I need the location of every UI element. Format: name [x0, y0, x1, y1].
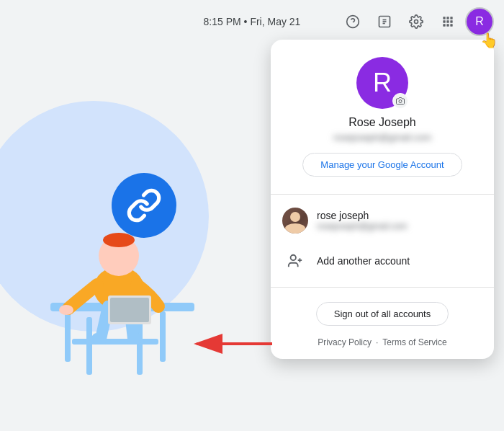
user-email: rosejoseph@gmail.com — [333, 132, 431, 143]
account-dropdown: R Rose Joseph rosejoseph@gmail.com Manag… — [271, 40, 494, 359]
link-icon-circle — [112, 173, 176, 238]
dropdown-header: R Rose Joseph rosejoseph@gmail.com Manag… — [271, 40, 494, 188]
account-name: rose joseph — [317, 210, 408, 221]
svg-rect-21 — [160, 311, 166, 362]
svg-rect-15 — [450, 24, 452, 26]
help-icon-button[interactable] — [340, 9, 366, 35]
svg-rect-9 — [450, 17, 452, 19]
svg-rect-8 — [446, 17, 449, 19]
account-list-item[interactable]: rose joseph rosejoseph@gmail.com — [271, 200, 494, 241]
svg-rect-18 — [72, 339, 158, 345]
account-info: rose joseph rosejoseph@gmail.com — [317, 210, 408, 231]
svg-rect-16 — [86, 317, 92, 375]
user-avatar-initial: R — [373, 68, 392, 98]
camera-icon[interactable] — [392, 93, 408, 109]
settings-icon-button[interactable] — [403, 9, 429, 35]
svg-rect-27 — [110, 298, 149, 322]
svg-point-25 — [59, 305, 73, 315]
signout-section: Sign out of all accounts — [271, 293, 494, 329]
svg-rect-14 — [446, 24, 449, 26]
user-avatar-large[interactable]: R — [356, 57, 408, 109]
account-avatar-small — [282, 208, 308, 234]
account-avatar-button[interactable]: R — [467, 9, 492, 35]
svg-rect-17 — [137, 317, 143, 375]
account-avatar-image — [282, 208, 308, 234]
svg-rect-12 — [450, 20, 452, 22]
illustration — [0, 0, 274, 431]
footer-separator: · — [376, 337, 378, 347]
topbar-icons: R — [340, 9, 492, 35]
red-arrow — [186, 328, 279, 360]
svg-rect-11 — [446, 20, 449, 22]
svg-point-24 — [103, 233, 135, 247]
topbar: 8:15 PM • Fri, May 21 R — [0, 0, 504, 43]
divider-1 — [271, 194, 494, 195]
divider-2 — [271, 287, 494, 288]
account-email: rosejoseph@gmail.com — [317, 221, 408, 231]
avatar-initial: R — [475, 15, 484, 28]
signout-button[interactable]: Sign out of all accounts — [316, 302, 449, 326]
privacy-policy-link[interactable]: Privacy Policy — [318, 337, 372, 347]
svg-rect-7 — [443, 17, 445, 19]
add-account-item[interactable]: Add another account — [271, 241, 494, 281]
svg-point-29 — [291, 255, 296, 260]
svg-rect-13 — [443, 24, 445, 26]
footer-links: Privacy Policy · Terms of Service — [271, 329, 494, 347]
user-name: Rose Joseph — [348, 116, 415, 129]
svg-point-6 — [415, 20, 418, 24]
apps-icon-button[interactable] — [435, 9, 461, 35]
svg-rect-20 — [65, 311, 71, 362]
topbar-time: 8:15 PM • Fri, May 21 — [204, 16, 301, 27]
svg-rect-10 — [443, 20, 445, 22]
svg-point-28 — [399, 100, 402, 103]
add-person-icon — [282, 248, 308, 274]
terms-of-service-link[interactable]: Terms of Service — [382, 337, 446, 347]
notifications-icon-button[interactable] — [372, 9, 397, 35]
add-account-label: Add another account — [317, 255, 410, 267]
manage-account-button[interactable]: Manage your Google Account — [302, 153, 462, 177]
